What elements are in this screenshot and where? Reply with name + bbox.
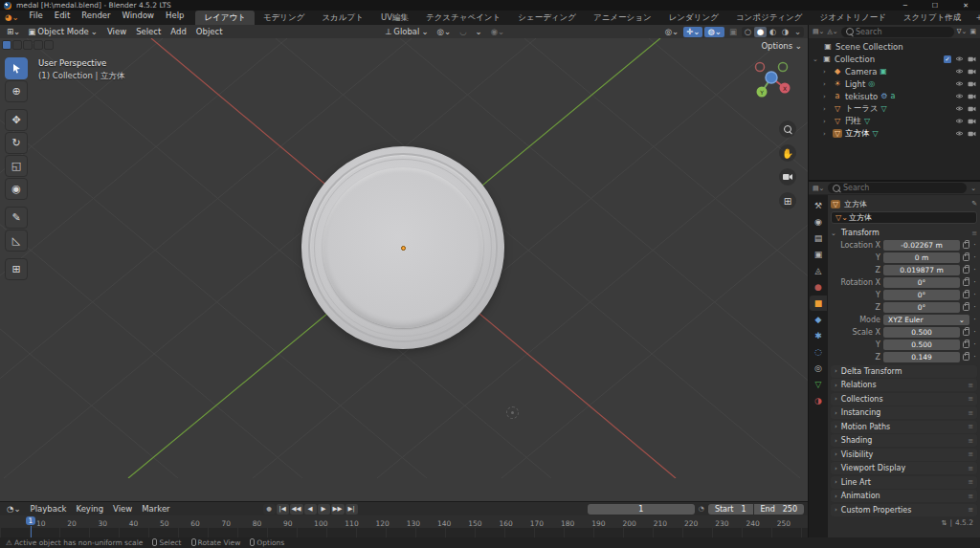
object-tab[interactable]: ■	[810, 296, 827, 311]
outliner-scene-icon[interactable]: ◬⌄	[827, 28, 837, 35]
shading-rendered-icon[interactable]: ◑	[779, 27, 791, 37]
topbar-menu[interactable]: Render	[76, 9, 116, 22]
shading-wireframe-icon[interactable]: ○	[742, 27, 754, 37]
viewport-options-dropdown[interactable]: Options ⌄	[761, 41, 802, 51]
properties-search[interactable]	[828, 183, 967, 193]
blender-menu-icon[interactable]: ◕⌄	[0, 11, 24, 25]
workspace-tab[interactable]: レンダリング	[660, 11, 727, 25]
viewport-menu[interactable]: Add	[166, 26, 190, 37]
collapsed-panel[interactable]: › Viewport Display ≡	[831, 462, 977, 474]
outliner-display-mode-icon[interactable]: ▤⌄	[813, 28, 824, 35]
select-subtract-icon[interactable]	[23, 40, 33, 50]
cursor-tool[interactable]: ⊕	[5, 80, 28, 102]
pivot-point-selector[interactable]: ◎⌄	[434, 27, 455, 37]
animate-dot-icon[interactable]: ·	[972, 253, 977, 262]
outliner-row-scene-collection[interactable]: ▣ Scene Collection	[809, 40, 980, 53]
workspace-tab[interactable]: テクスチャペイント	[417, 11, 509, 25]
properties-options-icon[interactable]: ⌄	[970, 185, 976, 192]
overlays-toggle[interactable]: ◍⌄	[704, 27, 724, 37]
lock-icon[interactable]	[963, 304, 969, 311]
shading-solid-icon[interactable]: ●	[754, 27, 767, 37]
playback-button[interactable]: ▶	[318, 504, 330, 515]
tool-tab[interactable]: ⚒	[810, 198, 827, 213]
animate-dot-icon[interactable]: ·	[972, 241, 977, 250]
animate-dot-icon[interactable]: ·	[972, 353, 977, 362]
panel-grip-icon[interactable]: ≡	[968, 382, 973, 389]
transform-tool[interactable]: ◉	[5, 178, 28, 200]
animate-dot-icon[interactable]: ·	[972, 266, 977, 274]
editor-type-button[interactable]: ⊞⌄	[4, 27, 23, 37]
new-collection-icon[interactable]: ▣	[969, 28, 976, 35]
snap-toggle-icon[interactable]: ◡	[457, 27, 469, 37]
gizmos-toggle[interactable]: ✛⌄	[683, 27, 702, 37]
animate-dot-icon[interactable]: ·	[972, 328, 977, 337]
collapsed-panel[interactable]: › Custom Properties ≡	[831, 504, 977, 516]
collapsed-panel[interactable]: › Line Art ≡	[831, 476, 977, 489]
expand-icon[interactable]: ›	[823, 105, 830, 113]
transform-panel-header[interactable]: ⌄ Transform ≡	[831, 227, 977, 239]
scene-tab[interactable]: ◬	[810, 263, 827, 278]
workspace-tab[interactable]: コンポジティング	[727, 11, 812, 25]
timer-icon[interactable]: ◔	[699, 505, 704, 513]
disable-render-icon[interactable]	[968, 93, 976, 99]
perspective-toggle-icon[interactable]: ⊞	[779, 192, 796, 209]
outliner-search-input[interactable]	[856, 28, 949, 36]
animate-dot-icon[interactable]: ·	[972, 291, 977, 299]
workspace-tab[interactable]: モデリング	[255, 11, 314, 25]
workspace-tab[interactable]: ジオメトリノード	[811, 11, 894, 25]
select-new-icon[interactable]	[2, 40, 11, 50]
object-data-tab[interactable]: ▽	[810, 377, 827, 392]
panel-grip-icon[interactable]: ≡	[968, 450, 973, 458]
collapse-icon[interactable]: ⌄	[813, 55, 819, 63]
panel-grip-icon[interactable]: ≡	[968, 478, 973, 486]
add-cube-tool[interactable]: ⊞	[5, 258, 28, 280]
topbar-menu[interactable]: Edit	[49, 9, 76, 22]
panel-grip-icon[interactable]: ≡	[968, 493, 973, 500]
collection-checkbox[interactable]: ✓	[944, 55, 951, 63]
animate-dot-icon[interactable]: ·	[972, 278, 977, 287]
timeline-menu[interactable]: View	[108, 503, 137, 515]
annotate-tool[interactable]: ✎	[5, 207, 28, 229]
outliner-search[interactable]	[841, 27, 954, 37]
panel-grip-icon[interactable]: ≡	[968, 409, 973, 417]
add-workspace-button[interactable]: +	[969, 11, 980, 25]
lock-icon[interactable]	[963, 329, 969, 336]
lock-icon[interactable]	[963, 254, 969, 261]
playback-button[interactable]: |◀	[277, 504, 289, 515]
playhead[interactable]: 1	[23, 515, 38, 525]
value-slider[interactable]: -0.02267 m	[883, 240, 960, 251]
medal-object[interactable]	[301, 146, 504, 349]
object-name-field[interactable]: ▽⌄ 立方体	[831, 211, 977, 224]
value-slider[interactable]: 0.500	[883, 340, 960, 350]
hide-viewport-icon[interactable]	[955, 93, 964, 99]
value-slider[interactable]: 0.500	[883, 327, 960, 338]
animate-dot-icon[interactable]: ·	[972, 303, 977, 312]
hide-viewport-icon[interactable]	[955, 55, 964, 62]
mode-selector[interactable]: ▣ Object Mode ⌄	[25, 27, 100, 37]
disable-render-icon[interactable]	[968, 118, 976, 124]
panel-grip-icon[interactable]: ≡	[968, 506, 973, 514]
timeline-frames-strip[interactable]	[0, 528, 808, 537]
close-button[interactable]: ✕	[963, 2, 969, 10]
workspace-tab[interactable]: UV編集	[372, 11, 417, 25]
hide-viewport-icon[interactable]	[955, 68, 964, 75]
blender-app-icon[interactable]	[4, 2, 11, 10]
lock-icon[interactable]	[963, 354, 969, 361]
outliner-row-camera[interactable]: › ◆ Camera ▣	[809, 65, 980, 77]
playback-button[interactable]: ▶▶	[331, 504, 345, 515]
scale-tool[interactable]: ◱	[5, 155, 28, 177]
value-slider[interactable]: 0.149	[883, 352, 960, 362]
collapsed-panel[interactable]: › Relations ≡	[831, 379, 977, 391]
material-tab[interactable]: ◑	[810, 393, 827, 408]
viewport-menu[interactable]: View	[102, 26, 131, 37]
outliner-row-light[interactable]: › ☀ Light ◎	[809, 77, 980, 90]
collapsed-panel[interactable]: › Animation ≡	[831, 490, 977, 502]
lock-icon[interactable]	[963, 341, 969, 348]
move-tool[interactable]: ✥	[5, 109, 28, 131]
outliner-row-tekisuto[interactable]: › a tekisuto ⚙ a	[809, 90, 980, 102]
expand-icon[interactable]: ›	[823, 118, 830, 125]
collapsed-panel[interactable]: › Motion Paths ≡	[831, 421, 977, 433]
select-box-tool[interactable]	[5, 57, 28, 79]
timeline-ruler[interactable]: 1020304050607080901001101201301401501601…	[0, 515, 808, 537]
viewport-3d[interactable]: User Perspective (1) Collection | 立方体 Op…	[0, 38, 808, 501]
